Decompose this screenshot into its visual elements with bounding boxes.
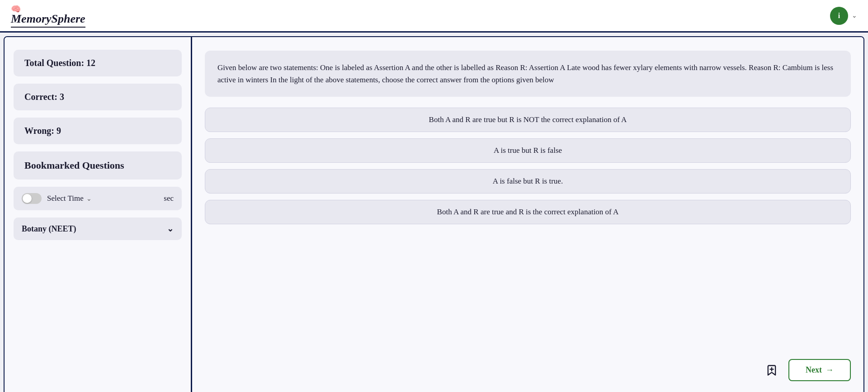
app-header: 🧠 MemorySphere i ⌄ [0, 0, 868, 33]
correct-card: Correct: 3 [14, 84, 182, 110]
bookmarked-label: Bookmarked Questions [24, 160, 124, 171]
main-container: Total Question: 12 Correct: 3 Wrong: 9 B… [4, 36, 864, 392]
next-button[interactable]: Next → [788, 359, 851, 381]
wrong-label: Wrong: 9 [24, 126, 61, 136]
user-menu-chevron[interactable]: ⌄ [852, 12, 857, 19]
bookmark-button[interactable] [762, 361, 781, 380]
timer-card: Select Time ⌄ sec [14, 187, 182, 210]
header-right: i ⌄ [830, 7, 857, 25]
total-questions-card: Total Question: 12 [14, 50, 182, 76]
sidebar: Total Question: 12 Correct: 3 Wrong: 9 B… [5, 37, 192, 392]
option-1[interactable]: Both A and R are true but R is NOT the c… [205, 108, 851, 132]
timer-toggle[interactable] [22, 193, 42, 204]
timer-chevron-icon: ⌄ [86, 195, 92, 203]
subject-chevron-icon: ⌄ [167, 224, 174, 234]
timer-sec-label: sec [164, 194, 174, 203]
question-box: Given below are two statements: One is l… [205, 51, 851, 97]
bottom-bar: Next → [205, 354, 851, 381]
logo-area: 🧠 MemorySphere [11, 4, 85, 28]
toggle-knob [23, 194, 32, 203]
correct-label: Correct: 3 [24, 92, 64, 102]
select-time-label: Select Time [47, 194, 84, 203]
content-area: Given below are two statements: One is l… [192, 37, 863, 392]
subject-dropdown[interactable]: Botany (NEET) ⌄ [14, 217, 182, 240]
option-3[interactable]: A is false but R is true. [205, 169, 851, 194]
next-arrow-icon: → [826, 365, 834, 375]
timer-select-area[interactable]: Select Time ⌄ [47, 194, 158, 203]
option-2[interactable]: A is true but R is false [205, 138, 851, 163]
subject-label: Botany (NEET) [22, 224, 76, 234]
next-btn-label: Next [806, 365, 822, 375]
user-avatar[interactable]: i [830, 7, 848, 25]
total-questions-label: Total Question: 12 [24, 58, 95, 68]
option-4[interactable]: Both A and R are true and R is the corre… [205, 200, 851, 224]
bookmark-icon [765, 364, 778, 377]
logo-text: MemorySphere [11, 12, 85, 28]
options-container: Both A and R are true but R is NOT the c… [205, 108, 851, 344]
wrong-card: Wrong: 9 [14, 118, 182, 144]
bookmarked-card: Bookmarked Questions [14, 151, 182, 179]
question-text: Given below are two statements: One is l… [217, 63, 833, 84]
